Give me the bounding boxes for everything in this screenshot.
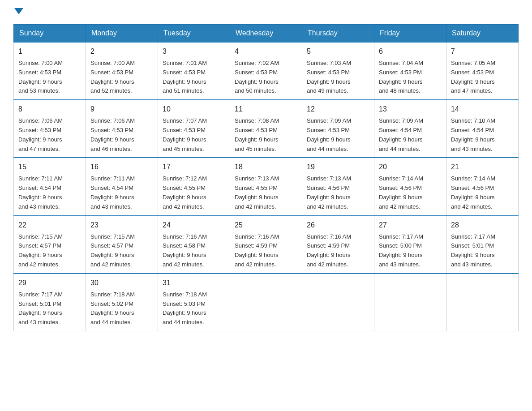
- week-row-4: 22Sunrise: 7:15 AMSunset: 4:57 PMDayligh…: [14, 216, 519, 274]
- week-row-5: 29Sunrise: 7:17 AMSunset: 5:01 PMDayligh…: [14, 274, 519, 331]
- day-number: 7: [451, 46, 514, 57]
- calendar-header-monday: Monday: [86, 25, 158, 43]
- day-info: Sunrise: 7:15 AMSunset: 4:57 PMDaylight:…: [18, 233, 63, 268]
- day-cell: 1Sunrise: 7:00 AMSunset: 4:53 PMDaylight…: [14, 42, 86, 100]
- day-cell: 6Sunrise: 7:04 AMSunset: 4:53 PMDaylight…: [374, 42, 446, 100]
- day-number: 3: [163, 46, 225, 57]
- day-info: Sunrise: 7:11 AMSunset: 4:54 PMDaylight:…: [90, 175, 135, 210]
- day-cell: 19Sunrise: 7:13 AMSunset: 4:56 PMDayligh…: [302, 158, 374, 215]
- day-info: Sunrise: 7:16 AMSunset: 4:59 PMDaylight:…: [307, 233, 351, 268]
- day-info: Sunrise: 7:06 AMSunset: 4:53 PMDaylight:…: [90, 117, 135, 152]
- day-number: 28: [451, 220, 514, 231]
- day-cell: 28Sunrise: 7:17 AMSunset: 5:01 PMDayligh…: [446, 216, 519, 274]
- day-cell: 16Sunrise: 7:11 AMSunset: 4:54 PMDayligh…: [86, 158, 158, 215]
- day-info: Sunrise: 7:08 AMSunset: 4:53 PMDaylight:…: [235, 117, 279, 152]
- day-cell: [374, 274, 446, 331]
- day-number: 19: [307, 162, 369, 172]
- day-info: Sunrise: 7:02 AMSunset: 4:53 PMDaylight:…: [235, 60, 279, 94]
- day-cell: 5Sunrise: 7:03 AMSunset: 4:53 PMDaylight…: [302, 42, 374, 100]
- day-number: 8: [18, 104, 81, 115]
- day-cell: [230, 274, 302, 331]
- day-number: 17: [163, 162, 225, 172]
- day-info: Sunrise: 7:03 AMSunset: 4:53 PMDaylight:…: [307, 60, 351, 94]
- day-number: 18: [235, 162, 297, 172]
- calendar-header-saturday: Saturday: [446, 25, 519, 43]
- day-cell: 10Sunrise: 7:07 AMSunset: 4:53 PMDayligh…: [158, 100, 230, 158]
- day-number: 26: [307, 220, 369, 231]
- week-row-3: 15Sunrise: 7:11 AMSunset: 4:54 PMDayligh…: [14, 158, 519, 215]
- day-cell: 11Sunrise: 7:08 AMSunset: 4:53 PMDayligh…: [230, 100, 302, 158]
- day-number: 27: [379, 220, 442, 231]
- day-number: 29: [18, 278, 81, 288]
- calendar-header-sunday: Sunday: [14, 25, 86, 43]
- day-cell: 27Sunrise: 7:17 AMSunset: 5:00 PMDayligh…: [374, 216, 446, 274]
- day-cell: 7Sunrise: 7:05 AMSunset: 4:53 PMDaylight…: [446, 42, 519, 100]
- day-info: Sunrise: 7:15 AMSunset: 4:57 PMDaylight:…: [90, 233, 135, 268]
- day-info: Sunrise: 7:13 AMSunset: 4:56 PMDaylight:…: [307, 175, 351, 210]
- day-number: 20: [379, 162, 442, 172]
- day-cell: 22Sunrise: 7:15 AMSunset: 4:57 PMDayligh…: [14, 216, 86, 274]
- day-number: 1: [18, 46, 81, 57]
- day-cell: 9Sunrise: 7:06 AMSunset: 4:53 PMDaylight…: [86, 100, 158, 158]
- day-info: Sunrise: 7:00 AMSunset: 4:53 PMDaylight:…: [18, 60, 63, 94]
- day-number: 9: [90, 104, 153, 115]
- day-cell: [446, 274, 519, 331]
- day-number: 12: [307, 104, 369, 115]
- day-cell: 30Sunrise: 7:18 AMSunset: 5:02 PMDayligh…: [86, 274, 158, 331]
- day-number: 13: [379, 104, 442, 115]
- day-info: Sunrise: 7:18 AMSunset: 5:03 PMDaylight:…: [163, 291, 207, 325]
- day-info: Sunrise: 7:00 AMSunset: 4:53 PMDaylight:…: [90, 60, 135, 94]
- day-info: Sunrise: 7:01 AMSunset: 4:53 PMDaylight:…: [163, 60, 207, 94]
- calendar-header-row: SundayMondayTuesdayWednesdayThursdayFrid…: [14, 25, 519, 43]
- day-number: 23: [90, 220, 153, 231]
- day-info: Sunrise: 7:11 AMSunset: 4:54 PMDaylight:…: [18, 175, 63, 210]
- day-number: 30: [90, 278, 153, 288]
- calendar-header-thursday: Thursday: [302, 25, 374, 43]
- day-cell: 4Sunrise: 7:02 AMSunset: 4:53 PMDaylight…: [230, 42, 302, 100]
- day-number: 31: [163, 278, 225, 288]
- day-number: 2: [90, 46, 153, 57]
- day-cell: 8Sunrise: 7:06 AMSunset: 4:53 PMDaylight…: [14, 100, 86, 158]
- logo: [13, 9, 23, 15]
- day-number: 22: [18, 220, 81, 231]
- day-info: Sunrise: 7:17 AMSunset: 5:01 PMDaylight:…: [451, 233, 495, 268]
- day-number: 24: [163, 220, 225, 231]
- calendar-header-tuesday: Tuesday: [158, 25, 230, 43]
- day-cell: 29Sunrise: 7:17 AMSunset: 5:01 PMDayligh…: [14, 274, 86, 331]
- week-row-1: 1Sunrise: 7:00 AMSunset: 4:53 PMDaylight…: [14, 42, 519, 100]
- day-cell: 15Sunrise: 7:11 AMSunset: 4:54 PMDayligh…: [14, 158, 86, 215]
- day-info: Sunrise: 7:14 AMSunset: 4:56 PMDaylight:…: [451, 175, 495, 210]
- calendar-header-friday: Friday: [374, 25, 446, 43]
- day-info: Sunrise: 7:09 AMSunset: 4:54 PMDaylight:…: [379, 117, 423, 152]
- day-cell: 24Sunrise: 7:16 AMSunset: 4:58 PMDayligh…: [158, 216, 230, 274]
- day-cell: 18Sunrise: 7:13 AMSunset: 4:55 PMDayligh…: [230, 158, 302, 215]
- day-cell: [302, 274, 374, 331]
- day-info: Sunrise: 7:07 AMSunset: 4:53 PMDaylight:…: [163, 117, 207, 152]
- day-info: Sunrise: 7:13 AMSunset: 4:55 PMDaylight:…: [235, 175, 279, 210]
- day-info: Sunrise: 7:14 AMSunset: 4:56 PMDaylight:…: [379, 175, 423, 210]
- day-number: 14: [451, 104, 514, 115]
- calendar-table: SundayMondayTuesdayWednesdayThursdayFrid…: [13, 24, 519, 331]
- day-cell: 25Sunrise: 7:16 AMSunset: 4:59 PMDayligh…: [230, 216, 302, 274]
- day-number: 25: [235, 220, 297, 231]
- day-cell: 20Sunrise: 7:14 AMSunset: 4:56 PMDayligh…: [374, 158, 446, 215]
- day-number: 10: [163, 104, 225, 115]
- day-number: 6: [379, 46, 442, 57]
- day-cell: 13Sunrise: 7:09 AMSunset: 4:54 PMDayligh…: [374, 100, 446, 158]
- day-cell: 3Sunrise: 7:01 AMSunset: 4:53 PMDaylight…: [158, 42, 230, 100]
- day-info: Sunrise: 7:09 AMSunset: 4:53 PMDaylight:…: [307, 117, 351, 152]
- day-cell: 26Sunrise: 7:16 AMSunset: 4:59 PMDayligh…: [302, 216, 374, 274]
- day-cell: 12Sunrise: 7:09 AMSunset: 4:53 PMDayligh…: [302, 100, 374, 158]
- logo-triangle-icon: [14, 8, 23, 14]
- day-info: Sunrise: 7:05 AMSunset: 4:53 PMDaylight:…: [451, 60, 495, 94]
- day-cell: 17Sunrise: 7:12 AMSunset: 4:55 PMDayligh…: [158, 158, 230, 215]
- day-info: Sunrise: 7:06 AMSunset: 4:53 PMDaylight:…: [18, 117, 63, 152]
- day-info: Sunrise: 7:12 AMSunset: 4:55 PMDaylight:…: [163, 175, 207, 210]
- day-number: 15: [18, 162, 81, 172]
- day-info: Sunrise: 7:16 AMSunset: 4:58 PMDaylight:…: [163, 233, 207, 268]
- day-number: 21: [451, 162, 514, 172]
- day-number: 5: [307, 46, 369, 57]
- week-row-2: 8Sunrise: 7:06 AMSunset: 4:53 PMDaylight…: [14, 100, 519, 158]
- day-info: Sunrise: 7:10 AMSunset: 4:54 PMDaylight:…: [451, 117, 495, 152]
- calendar-header-wednesday: Wednesday: [230, 25, 302, 43]
